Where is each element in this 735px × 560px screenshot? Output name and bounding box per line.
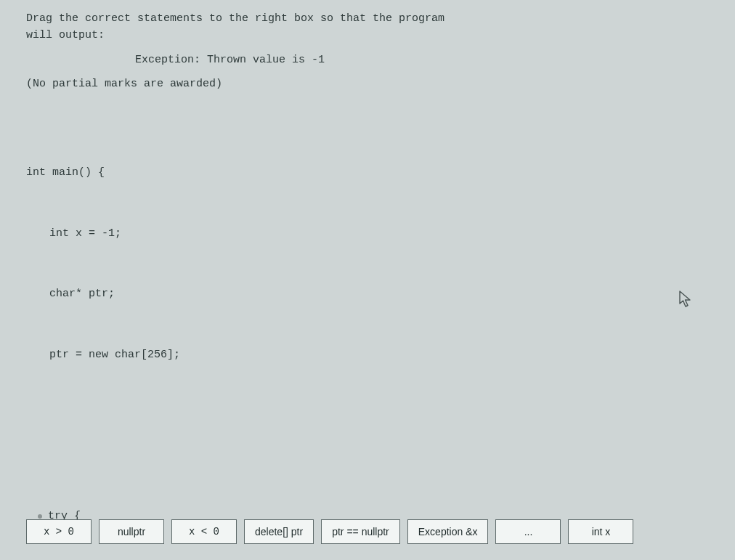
option-nullptr[interactable]: nullptr bbox=[99, 519, 164, 544]
instruction-line-1: Drag the correct statements to the right… bbox=[26, 10, 718, 27]
blank-line bbox=[26, 426, 718, 446]
option-exception-x[interactable]: Exception &x bbox=[407, 519, 489, 544]
instructions-block: Drag the correct statements to the right… bbox=[26, 10, 718, 92]
code-line-intx: int x = -1; bbox=[26, 224, 718, 244]
option-int-x[interactable]: int x bbox=[568, 519, 633, 544]
option-ptr-eq-nullptr[interactable]: ptr == nullptr bbox=[321, 519, 400, 544]
bullet-icon bbox=[38, 514, 42, 519]
expected-output: Exception: Thrown value is -1 bbox=[135, 52, 718, 68]
option-delete-ptr[interactable]: delete[] ptr bbox=[244, 519, 314, 544]
option-x-gt-0[interactable]: x > 0 bbox=[26, 519, 92, 544]
option-x-lt-0[interactable]: x < 0 bbox=[171, 519, 237, 544]
code-line-charptr: char* ptr; bbox=[26, 284, 718, 304]
options-row: x > 0 nullptr x < 0 delete[] ptr ptr == … bbox=[26, 519, 718, 544]
code-line-newchar: ptr = new char[256]; bbox=[26, 345, 718, 365]
option-ellipsis[interactable]: ... bbox=[495, 519, 561, 544]
instruction-line-2: will output: bbox=[26, 27, 718, 44]
code-block: int main() { int x = -1; char* ptr; ptr … bbox=[26, 102, 718, 560]
code-line-main: int main() { bbox=[26, 163, 718, 183]
grading-note: (No partial marks are awarded) bbox=[26, 76, 718, 92]
question-page: Drag the correct statements to the right… bbox=[0, 0, 735, 560]
